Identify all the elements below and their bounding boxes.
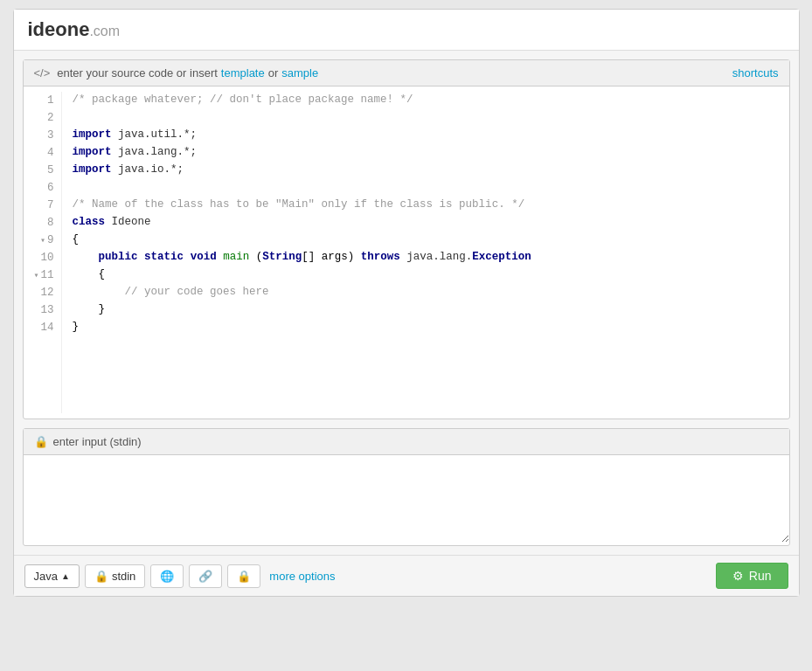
- code-line: public static void main (String[] args) …: [73, 249, 779, 266]
- code-line: /* Name of the class has to be "Main" on…: [73, 197, 779, 214]
- caret-icon: ▲: [61, 571, 70, 581]
- line-number: 1: [34, 92, 54, 109]
- stdin-button-label: stdin: [112, 570, 135, 583]
- stdin-lock-icon-toolbar: 🔒: [94, 570, 108, 583]
- globe-icon: 🌐: [160, 570, 174, 583]
- line-number: 3: [34, 127, 54, 144]
- lock-icon: 🔒: [237, 570, 251, 583]
- gear-icon: ⚙: [732, 569, 744, 583]
- code-panel-header: </> enter your source code or insert tem…: [24, 60, 789, 86]
- code-editor[interactable]: 12345678▾910▾11121314 /* package whateve…: [24, 86, 789, 419]
- toolbar: Java ▲ 🔒 stdin 🌐 🔗 🔒 more options ⚙ Run: [14, 555, 799, 596]
- line-number: 4: [34, 144, 54, 162]
- stdin-body: [24, 455, 789, 545]
- line-number: 2: [34, 109, 54, 127]
- language-button[interactable]: Java ▲: [24, 564, 80, 588]
- code-line: // your code goes here: [73, 284, 779, 301]
- line-number: 14: [34, 319, 54, 336]
- line-number: 10: [34, 249, 54, 266]
- sample-link[interactable]: sample: [281, 66, 318, 80]
- or-text: or: [268, 66, 279, 80]
- shortcuts-link[interactable]: shortcuts: [732, 66, 779, 80]
- line-numbers: 12345678▾910▾11121314: [24, 92, 62, 413]
- logo-text: ideone: [28, 18, 90, 40]
- link-button[interactable]: 🔗: [189, 564, 222, 588]
- stdin-lock-icon: 🔒: [34, 435, 48, 448]
- code-line: [73, 109, 779, 127]
- header: ideone.com: [14, 10, 799, 51]
- code-content[interactable]: /* package whatever; // don't place pack…: [62, 92, 789, 413]
- code-line: }: [73, 301, 779, 319]
- code-line: class Ideone: [73, 214, 779, 232]
- more-options-link[interactable]: more options: [266, 565, 338, 587]
- run-label: Run: [749, 569, 772, 583]
- line-number: 7: [34, 197, 54, 214]
- line-number: 5: [34, 162, 54, 179]
- code-line: import java.util.*;: [73, 127, 779, 144]
- globe-button[interactable]: 🌐: [150, 564, 184, 588]
- logo: ideone.com: [28, 18, 121, 40]
- stdin-panel: 🔒 enter input (stdin): [23, 428, 790, 546]
- code-panel: </> enter your source code or insert tem…: [23, 59, 790, 419]
- stdin-textarea[interactable]: [24, 455, 789, 543]
- line-number: ▾11: [34, 266, 54, 284]
- line-number: 6: [34, 179, 54, 197]
- code-line: /* package whatever; // don't place pack…: [73, 92, 779, 109]
- link-icon: 🔗: [198, 570, 212, 583]
- code-line: import java.lang.*;: [73, 144, 779, 162]
- code-line: [73, 179, 779, 197]
- code-panel-header-left: </> enter your source code or insert tem…: [34, 66, 319, 80]
- language-label: Java: [34, 570, 58, 583]
- code-line: {: [73, 232, 779, 249]
- logo-com: .com: [89, 24, 120, 38]
- code-line: {: [73, 266, 779, 284]
- code-line: }: [73, 319, 779, 336]
- line-number: 8: [34, 214, 54, 232]
- lock-button[interactable]: 🔒: [227, 564, 260, 588]
- code-bracket-icon: </>: [34, 66, 51, 80]
- run-button[interactable]: ⚙ Run: [716, 563, 788, 589]
- line-number: 12: [34, 284, 54, 301]
- line-number: 13: [34, 301, 54, 319]
- code-panel-header-text: enter your source code or insert: [57, 66, 218, 80]
- stdin-button[interactable]: 🔒 stdin: [85, 564, 145, 588]
- stdin-panel-header: 🔒 enter input (stdin): [24, 429, 789, 455]
- line-number: ▾9: [34, 232, 54, 249]
- template-link[interactable]: template: [221, 66, 265, 80]
- stdin-header-text: enter input (stdin): [53, 435, 142, 448]
- code-line: import java.io.*;: [73, 162, 779, 179]
